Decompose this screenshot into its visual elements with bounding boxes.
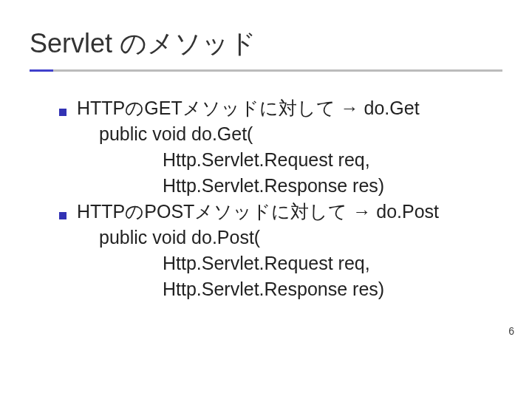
code-line: Http.Servlet.Response res) [59, 276, 532, 302]
slide-content: HTTPのGETメソッドに対して → do.Get public void do… [0, 72, 532, 302]
square-bullet-icon [59, 212, 66, 219]
code-line: public void do.Post( [59, 225, 532, 250]
code-line: Http.Servlet.Request req, [59, 147, 532, 173]
code-line: Http.Servlet.Response res) [59, 173, 532, 199]
slide-title: Servlet のメソッド [30, 26, 532, 69]
square-bullet-icon [59, 109, 66, 116]
bullet-item: HTTPのGETメソッドに対して → do.Get [59, 95, 532, 121]
bullet-heading: HTTPのPOSTメソッドに対して → do.Post [77, 199, 532, 225]
code-line: Http.Servlet.Request req, [59, 250, 532, 276]
page-number: 6 [508, 325, 514, 337]
bullet-item: HTTPのPOSTメソッドに対して → do.Post [59, 199, 532, 225]
code-line: public void do.Get( [59, 121, 532, 147]
bullet-heading: HTTPのGETメソッドに対して → do.Get [77, 95, 532, 121]
